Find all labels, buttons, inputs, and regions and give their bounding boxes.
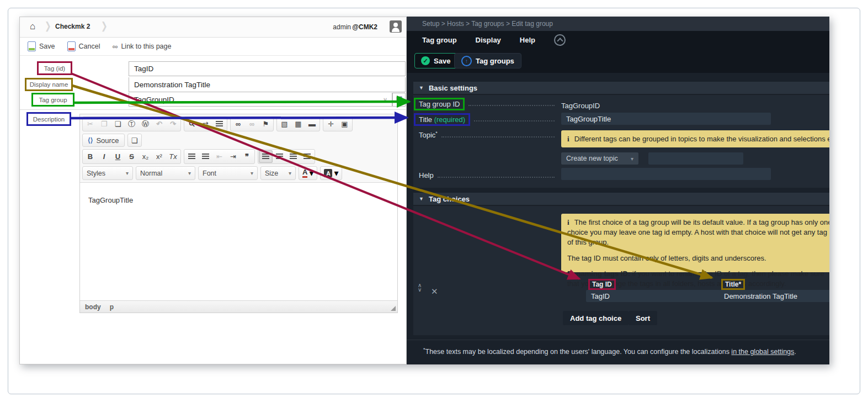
title-column-header: Title*: [721, 279, 745, 290]
styles-select[interactable]: Styles▾: [82, 166, 133, 180]
find-icon[interactable]: ⚲: [185, 118, 199, 130]
indent-button[interactable]: ⇥: [226, 150, 240, 163]
editor-toolbar-row-3: BIUSx₂x²Tx ⇤⇥❞: [82, 148, 396, 165]
legacy-toolbar: Save Cancel ∞ Link to this page: [20, 37, 406, 56]
resize-handle[interactable]: [391, 306, 396, 311]
replace-icon[interactable]: ⇄: [199, 118, 212, 130]
choice-tag-id-input[interactable]: TagID: [586, 290, 728, 302]
table-icon[interactable]: ▦: [291, 118, 305, 130]
tag-groups-button[interactable]: ↑ Tag groups: [454, 53, 521, 68]
home-icon[interactable]: ⌂: [30, 21, 35, 32]
user-avatar[interactable]: [390, 20, 402, 33]
tag-id-label-box: Tag (id): [37, 61, 72, 75]
italic-button[interactable]: I: [97, 150, 111, 163]
modern-ui-panel: Setup > Hosts > Tag groups > Edit tag gr…: [407, 17, 829, 364]
breadcrumb-separator-icon: ❯: [101, 20, 108, 32]
source-button[interactable]: ⟨⟩ Source: [82, 134, 125, 147]
menu-help[interactable]: Help: [520, 36, 535, 44]
editor-toolbar-row-4: Styles▾ Normal▾ Font▾ Size▾ A▾ A▾: [82, 165, 396, 181]
paragraph-format-select[interactable]: Normal▾: [136, 166, 195, 180]
choice-title-input[interactable]: Demonstration TagTitle: [719, 290, 829, 302]
info-text-3-lead: Renaming tags ID:: [567, 269, 630, 278]
redo-icon[interactable]: ↷: [166, 118, 180, 130]
link-icon[interactable]: ∞: [231, 118, 245, 130]
save-button[interactable]: Save: [28, 41, 55, 51]
background-color-button[interactable]: A▾: [320, 166, 342, 180]
basic-settings-header[interactable]: ▼ Basic settings: [413, 82, 829, 95]
add-tag-choice-button[interactable]: Add tag choice: [563, 311, 629, 325]
save-button[interactable]: ✓ Save: [414, 53, 457, 68]
outdent-button[interactable]: ⇤: [212, 150, 226, 163]
templates-button[interactable]: ❏: [127, 134, 142, 147]
menu-display[interactable]: Display: [476, 36, 501, 44]
breadcrumb[interactable]: Checkmk 2: [55, 23, 90, 30]
new-topic-input[interactable]: [648, 152, 743, 165]
paste-from-word-icon[interactable]: Ⓦ: [139, 118, 152, 130]
cancel-button[interactable]: Cancel: [67, 41, 100, 51]
blockquote-button[interactable]: ❞: [240, 150, 254, 163]
remove-format-button[interactable]: Tx: [166, 150, 180, 163]
element-path-p[interactable]: p: [110, 303, 114, 311]
collapse-triangle-icon: ▼: [419, 85, 424, 91]
maximize-icon[interactable]: ✛: [324, 118, 338, 130]
size-select[interactable]: Size▾: [260, 166, 296, 180]
basicstyles-group: BIUSx₂x²Tx: [82, 149, 181, 164]
cut-icon[interactable]: ✂: [83, 118, 97, 130]
image-icon[interactable]: ▧: [278, 118, 291, 130]
numbered-list-button[interactable]: [185, 150, 199, 163]
unlink-icon[interactable]: ∞: [245, 118, 259, 130]
align-justify-button[interactable]: [300, 150, 314, 163]
tag-group-value: TagGroupID: [134, 96, 174, 104]
align-right-button[interactable]: [286, 150, 300, 163]
dotted-leader: [438, 177, 555, 178]
topic-label: Topic*: [419, 130, 438, 139]
anchor-flag-icon[interactable]: ⚑: [259, 118, 273, 130]
title-input[interactable]: TagGroupTitle: [561, 113, 771, 125]
font-select[interactable]: Font▾: [198, 166, 258, 180]
menu-tag-group[interactable]: Tag group: [422, 36, 457, 44]
strikethrough-button[interactable]: S: [125, 150, 139, 163]
paste-icon[interactable]: ❏: [111, 118, 125, 130]
tag-choices-header[interactable]: ▼ Tag choices: [413, 193, 829, 206]
superscript-button[interactable]: x²: [152, 150, 166, 163]
format-label: Normal: [140, 170, 162, 177]
move-down-icon[interactable]: ∨: [418, 288, 422, 292]
info-paragraph: iThe first choice of a tag group will be…: [567, 218, 829, 248]
bulleted-list-button[interactable]: [199, 150, 212, 163]
chevron-down-icon: ▾: [126, 170, 129, 176]
breadcrumb-bar[interactable]: Setup > Hosts > Tag groups > Edit tag gr…: [407, 17, 829, 31]
link-to-page-button[interactable]: ∞ Link to this page: [112, 42, 171, 51]
global-settings-link[interactable]: in the global settings: [731, 348, 794, 356]
bold-button[interactable]: B: [83, 150, 97, 163]
size-label: Size: [265, 170, 278, 177]
undo-icon[interactable]: ↶: [152, 118, 166, 130]
description-label-box: Description: [26, 112, 71, 126]
topic-select[interactable]: Create new topic ▾: [561, 152, 638, 165]
editor-toolbar-row-2: ⟨⟩ Source ❏: [82, 133, 396, 148]
text-color-button[interactable]: A▾: [299, 166, 317, 180]
editor-content-area[interactable]: TagGroupTitle: [80, 183, 397, 300]
help-input[interactable]: [561, 168, 771, 180]
localization-footnote: *These texts may be localized depending …: [423, 347, 822, 356]
select-all-icon[interactable]: [212, 118, 226, 130]
tag-group-dropdown[interactable]: TagGroupID ∨: [129, 93, 392, 107]
tag-id-input[interactable]: TagID: [129, 61, 406, 76]
clone-button[interactable]: ❐: [392, 93, 406, 107]
align-left-button[interactable]: [259, 150, 273, 163]
menu-bar: Tag group Display Help: [407, 31, 829, 49]
collapse-menu-icon[interactable]: [554, 34, 566, 46]
display-name-input[interactable]: Demonstration TagTitle: [129, 77, 406, 92]
element-path-body[interactable]: body: [85, 303, 101, 311]
underline-button[interactable]: U: [111, 150, 125, 163]
sort-button[interactable]: Sort: [629, 311, 657, 325]
description-label: Description: [33, 116, 65, 123]
find-group: ⚲⇄: [184, 117, 227, 131]
horizontal-rule-icon[interactable]: ▬: [305, 118, 319, 130]
show-blocks-icon[interactable]: ▣: [338, 118, 352, 130]
copy-icon[interactable]: ❐: [97, 118, 111, 130]
reorder-handle[interactable]: ∧ ∨: [418, 283, 422, 292]
align-center-button[interactable]: [273, 150, 286, 163]
subscript-button[interactable]: x₂: [139, 150, 152, 163]
delete-choice-icon[interactable]: ✕: [431, 287, 438, 297]
paste-plain-text-icon[interactable]: Ⓣ: [125, 118, 139, 130]
